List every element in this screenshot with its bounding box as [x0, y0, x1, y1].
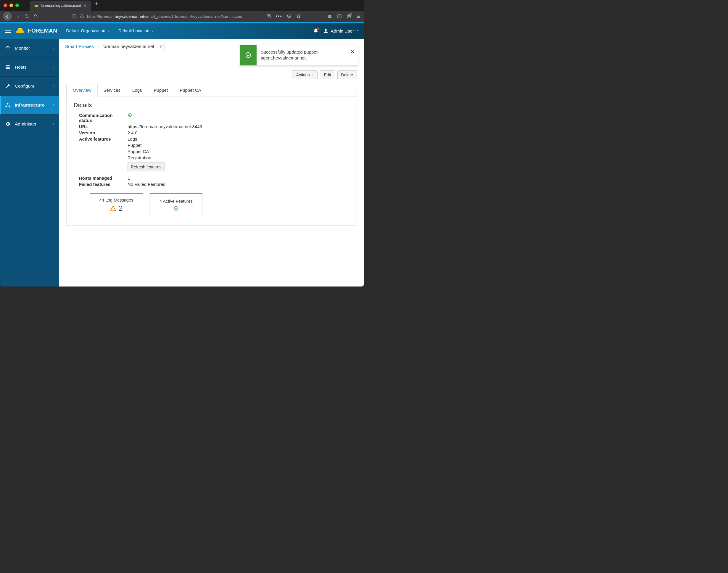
feature-item: Puppet	[127, 143, 350, 148]
close-window-button[interactable]	[4, 4, 7, 7]
detail-label: Communication status	[79, 113, 123, 123]
hosts-managed-link[interactable]: 1	[127, 175, 130, 180]
chevron-right-icon: ›	[53, 122, 54, 126]
svg-point-15	[325, 29, 327, 31]
svg-point-25	[113, 210, 113, 210]
sidebar-item-label: Hosts	[15, 64, 27, 70]
breadcrumb-switcher-button[interactable]: ⇄	[158, 43, 165, 50]
breadcrumb-root-link[interactable]: Smart Proxies	[65, 44, 94, 49]
detail-value: 2.4.0	[127, 130, 350, 135]
url-bar[interactable]: https://foreman.heyvaldemar.net/smart_pr…	[71, 14, 242, 19]
bookmark-star-icon[interactable]	[296, 14, 301, 19]
card-log-messages[interactable]: 44 Log Messages 2	[90, 193, 143, 217]
browser-menu-icon[interactable]	[356, 14, 361, 19]
library-icon[interactable]	[327, 14, 332, 19]
organization-selector[interactable]: Default Organization ⌄	[66, 29, 109, 33]
minimize-window-button[interactable]	[9, 4, 13, 7]
network-icon	[5, 102, 11, 108]
feature-item: Registration	[127, 155, 350, 160]
forward-button[interactable]	[15, 13, 21, 19]
toast-close-button[interactable]: ✕	[347, 45, 358, 65]
chevron-down-icon: ⌄	[107, 29, 109, 33]
svg-rect-18	[6, 68, 10, 69]
chevron-right-icon: ›	[53, 103, 54, 107]
tab-services[interactable]: Services	[98, 84, 127, 96]
nav-toggle-button[interactable]	[5, 29, 11, 33]
sidebar-item-label: Administer	[15, 121, 36, 127]
tab-strip: Overview Services Logs Puppet Puppet CA	[66, 84, 357, 97]
sidebar-item-administer[interactable]: Administer ›	[0, 114, 59, 134]
user-menu[interactable]: Admin User	[323, 28, 359, 34]
feature-list: Logs Puppet Puppet CA Registration	[127, 137, 350, 160]
toast-message: Successfully updated puppet-agent.heyval…	[257, 45, 347, 65]
svg-rect-6	[337, 15, 341, 18]
home-button[interactable]	[33, 13, 39, 19]
ok-icon	[127, 113, 132, 117]
tab-puppet[interactable]: Puppet	[148, 84, 174, 96]
dashboard-icon	[5, 45, 11, 51]
card-heading: 44 Log Messages	[99, 198, 133, 202]
edit-button[interactable]: Edit	[320, 70, 335, 79]
account-icon[interactable]	[346, 14, 352, 19]
sidebar-item-monitor[interactable]: Monitor ›	[0, 39, 59, 58]
svg-rect-19	[7, 103, 9, 104]
tab-favicon	[34, 4, 39, 8]
detail-label: Hosts managed	[79, 175, 123, 180]
card-warn-count: 2	[119, 204, 122, 212]
chevron-right-icon: ›	[53, 46, 54, 51]
svg-rect-20	[6, 106, 7, 107]
svg-rect-16	[6, 65, 10, 66]
delete-button[interactable]: Delete	[337, 70, 357, 79]
card-active-features[interactable]: 4 Active Features	[149, 193, 203, 217]
page-actions-menu-icon[interactable]: •••	[275, 14, 282, 19]
sidebar-nav: Monitor › Hosts › Configure ›	[0, 39, 59, 286]
notification-dot-icon	[317, 28, 319, 30]
ok-icon	[173, 205, 179, 211]
detail-value: https://foreman.heyvaldemar.net:8443	[127, 124, 350, 129]
tab-close-icon[interactable]: ✕	[83, 4, 87, 8]
new-tab-button[interactable]: ＋	[94, 0, 99, 11]
notifications-button[interactable]	[313, 28, 318, 34]
location-label: Default Location	[118, 29, 149, 33]
sidebar-toggle-icon[interactable]	[337, 14, 342, 19]
brand-text: FOREMAN	[28, 28, 57, 34]
browser-tab[interactable]: foreman.heyvaldemar.net ✕	[30, 1, 91, 11]
svg-point-14	[18, 28, 21, 29]
chevron-right-icon: ›	[97, 44, 99, 49]
user-name: Admin User	[331, 29, 354, 34]
browser-titlebar: foreman.heyvaldemar.net ✕ ＋	[0, 0, 364, 11]
tab-puppet-ca[interactable]: Puppet CA	[174, 84, 207, 96]
svg-point-9	[348, 15, 350, 16]
svg-rect-21	[9, 106, 10, 107]
back-button[interactable]	[3, 12, 12, 21]
sidebar-item-configure[interactable]: Configure ›	[0, 76, 59, 96]
refresh-features-button[interactable]: Refresh features	[127, 162, 165, 171]
foreman-logo-icon	[15, 27, 25, 34]
url-text-host: heyvaldemar.net	[115, 14, 144, 19]
breadcrumb-current: foreman.heyvaldemar.net	[102, 44, 154, 49]
wrench-icon	[5, 83, 11, 89]
chevron-down-icon: ⌄	[151, 29, 154, 33]
pocket-icon[interactable]	[287, 14, 292, 19]
svg-point-22	[246, 53, 251, 58]
panel-heading: Details	[74, 102, 350, 109]
reload-button[interactable]	[24, 13, 30, 19]
feature-item: Logs	[127, 137, 350, 142]
browser-toolbar: https://foreman.heyvaldemar.net/smart_pr…	[0, 11, 364, 22]
reader-mode-icon[interactable]	[266, 14, 271, 19]
actions-dropdown-label: Actions	[296, 72, 310, 77]
toast-notification: Successfully updated puppet-agent.heyval…	[240, 45, 358, 66]
tab-overview[interactable]: Overview	[66, 84, 98, 97]
tab-logs[interactable]: Logs	[126, 84, 148, 96]
sidebar-item-hosts[interactable]: Hosts ›	[0, 58, 59, 76]
detail-label: URL	[79, 124, 123, 129]
brand-logo[interactable]: FOREMAN	[15, 27, 57, 34]
organization-label: Default Organization	[66, 29, 105, 33]
shield-icon	[71, 14, 77, 19]
location-selector[interactable]: Default Location ⌄	[118, 29, 154, 33]
caret-down-icon	[356, 29, 359, 32]
sidebar-item-infrastructure[interactable]: Infrastructure ›	[0, 96, 59, 114]
maximize-window-button[interactable]	[15, 4, 19, 7]
actions-dropdown[interactable]: Actions	[292, 70, 318, 79]
server-icon	[5, 64, 11, 70]
